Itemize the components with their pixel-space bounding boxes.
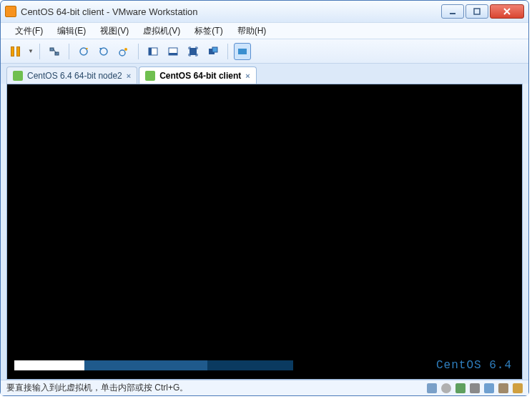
message-icon[interactable] [513,383,523,393]
svg-rect-19 [212,47,217,52]
menu-file[interactable]: 文件(F) [8,24,50,39]
network-icon [49,46,60,57]
svg-point-9 [100,48,107,55]
svg-rect-14 [149,48,152,55]
snapshot-manager-icon [118,46,129,57]
maximize-icon [473,8,481,15]
close-icon [503,8,511,15]
vm-tab-inactive[interactable]: CentOS 6.4 64-bit node2 × [6,66,137,84]
application-window: CentOS 64-bit client - VMware Workstatio… [0,0,529,396]
status-icons [427,383,523,393]
boot-progress-bar [14,360,293,370]
revert-button[interactable] [95,43,112,60]
harddisk-icon[interactable] [427,383,437,393]
pause-button[interactable] [6,43,24,60]
svg-rect-4 [50,48,54,51]
titlebar: CentOS 64-bit client - VMware Workstatio… [1,1,528,22]
fullscreen-button[interactable] [184,43,202,60]
progress-segment [84,360,207,370]
statusbar: 要直接输入到此虚拟机，单击内部或按 Ctrl+G。 [1,380,528,395]
network-adapter-button[interactable] [46,43,63,60]
os-name-label: CentOS 6.4 [436,359,512,372]
view-icon [167,46,179,57]
printer-icon[interactable] [498,383,508,393]
cdrom-icon[interactable] [441,383,451,393]
usb-icon[interactable] [470,383,480,393]
menu-view[interactable]: 视图(V) [93,24,136,39]
svg-point-7 [80,48,87,55]
progress-segment [14,360,84,370]
close-button[interactable] [490,4,524,19]
maximize-button[interactable] [466,4,488,19]
svg-rect-1 [474,9,480,14]
menu-vm[interactable]: 虚拟机(V) [136,24,187,39]
svg-rect-20 [238,49,247,54]
fullscreen-icon [187,46,199,57]
tab-close-button[interactable]: × [245,72,250,80]
minimize-icon [449,8,456,15]
toolbar: ▼ [1,39,528,64]
toolbar-separator [69,44,69,59]
menu-tags[interactable]: 标签(T) [187,24,230,39]
revert-icon [98,46,109,57]
svg-point-11 [119,50,125,56]
vm-icon [13,71,23,81]
toolbar-separator [227,44,228,59]
menu-help[interactable]: 帮助(H) [230,24,274,39]
snapshot-button[interactable] [75,43,92,60]
menu-edit[interactable]: 编辑(E) [50,24,93,39]
toolbar-separator [39,44,40,59]
status-hint: 要直接输入到此虚拟机，单击内部或按 Ctrl+G。 [6,382,188,394]
snapshot-manager-button[interactable] [115,43,132,60]
toolbar-separator [138,44,139,59]
svg-rect-16 [169,53,177,55]
svg-rect-0 [450,13,455,14]
vm-tab-active[interactable]: CentOS 64-bit client × [139,66,256,84]
svg-rect-17 [189,48,197,55]
progress-segment [207,360,293,370]
pause-icon [11,46,20,56]
snapshot-icon [78,46,89,57]
sound-icon[interactable] [484,383,494,393]
network-status-icon[interactable] [455,383,466,393]
guest-display[interactable]: CentOS 6.4 [6,84,523,380]
stretch-icon [237,46,248,57]
window-controls [441,4,524,19]
unity-icon [207,46,219,57]
chevron-down-icon[interactable]: ▼ [28,48,34,54]
app-icon [5,6,16,17]
vm-icon [145,71,155,81]
window-title: CentOS 64-bit client - VMware Workstatio… [21,6,441,17]
switch-view-button[interactable] [164,43,182,60]
tab-label: CentOS 64-bit client [159,71,241,81]
tab-label: CentOS 6.4 64-bit node2 [27,71,122,81]
svg-point-12 [124,48,127,51]
vm-tab-bar: CentOS 6.4 64-bit node2 × CentOS 64-bit … [1,64,528,84]
stretch-guest-button[interactable] [234,43,251,60]
show-console-button[interactable] [144,43,162,60]
console-icon [147,46,159,57]
minimize-button[interactable] [441,4,464,19]
menubar: 文件(F) 编辑(E) 视图(V) 虚拟机(V) 标签(T) 帮助(H) [1,22,528,39]
unity-button[interactable] [205,43,222,60]
tab-close-button[interactable]: × [127,72,131,80]
